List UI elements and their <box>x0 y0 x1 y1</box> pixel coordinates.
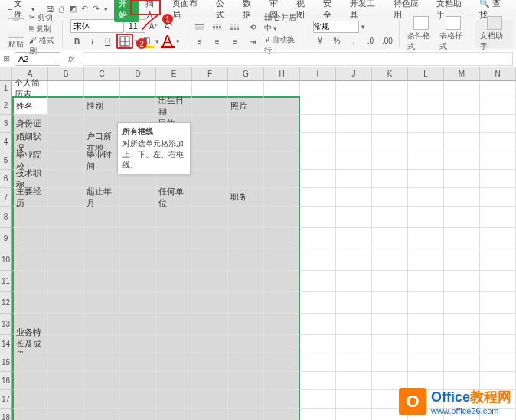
cell[interactable] <box>372 271 408 292</box>
row-header[interactable]: 8 <box>0 207 12 228</box>
cell[interactable] <box>372 133 408 151</box>
tab-security[interactable]: 安全 <box>318 0 344 22</box>
cell[interactable] <box>444 96 480 115</box>
cell[interactable] <box>192 249 228 271</box>
cell[interactable]: 任何单位 <box>156 188 192 207</box>
cell[interactable] <box>84 390 120 409</box>
cell[interactable] <box>264 249 300 271</box>
cell[interactable] <box>372 207 408 228</box>
cell[interactable] <box>408 115 444 133</box>
col-header[interactable]: F <box>192 67 228 81</box>
align-left-icon[interactable]: ≡ <box>193 34 207 48</box>
cell[interactable] <box>264 335 300 353</box>
cell[interactable] <box>372 81 408 96</box>
cell[interactable] <box>480 292 516 314</box>
cell[interactable] <box>336 249 372 271</box>
cell[interactable] <box>120 314 156 335</box>
borders-button[interactable] <box>116 34 133 49</box>
cell[interactable] <box>48 353 84 372</box>
row-header[interactable]: 7 <box>0 188 12 207</box>
fx-label[interactable]: fx <box>65 54 78 63</box>
cell[interactable] <box>228 228 264 249</box>
cell[interactable] <box>300 409 336 420</box>
col-header[interactable]: H <box>264 67 300 81</box>
cell[interactable] <box>480 271 516 292</box>
cell[interactable] <box>12 372 48 390</box>
cell[interactable] <box>156 335 192 353</box>
cell[interactable] <box>264 170 300 188</box>
cell[interactable] <box>336 151 372 170</box>
cell[interactable] <box>48 335 84 353</box>
align-bottom-icon[interactable] <box>228 20 242 34</box>
dec-inc-icon[interactable]: .0 <box>364 34 377 47</box>
cell[interactable] <box>336 207 372 228</box>
cell[interactable] <box>48 96 84 115</box>
cell[interactable] <box>444 133 480 151</box>
worksheet[interactable]: 所有框线 对所选单元格添加上、下、左、右框线。 ABCDEFGHIJKLMN1个… <box>0 67 516 420</box>
font-color-button[interactable]: A <box>161 34 175 48</box>
cell[interactable] <box>372 335 408 353</box>
col-header[interactable]: L <box>408 67 444 81</box>
cell[interactable]: 照片 <box>228 96 264 115</box>
cell[interactable]: 毕业时间 <box>84 151 120 170</box>
cell[interactable] <box>408 249 444 271</box>
cell[interactable] <box>480 133 516 151</box>
cell[interactable] <box>120 335 156 353</box>
cell[interactable] <box>264 96 300 115</box>
cell[interactable] <box>84 372 120 390</box>
cell[interactable] <box>444 228 480 249</box>
cell[interactable] <box>192 335 228 353</box>
cell[interactable] <box>264 372 300 390</box>
cell[interactable] <box>300 292 336 314</box>
cell[interactable] <box>300 96 336 115</box>
cell[interactable]: 主要经历 <box>12 188 48 207</box>
cell[interactable] <box>408 335 444 353</box>
cell[interactable] <box>192 292 228 314</box>
cell[interactable] <box>336 353 372 372</box>
cell[interactable] <box>336 115 372 133</box>
tab-data[interactable]: 数据 <box>238 0 263 22</box>
cell[interactable] <box>228 133 264 151</box>
cell[interactable] <box>120 372 156 390</box>
expand-icon[interactable]: ⊞ <box>3 54 10 63</box>
cell[interactable] <box>300 271 336 292</box>
cell[interactable] <box>84 335 120 353</box>
cell[interactable] <box>480 335 516 353</box>
cell[interactable] <box>228 314 264 335</box>
row-header[interactable]: 15 <box>0 353 12 372</box>
col-header[interactable]: I <box>300 67 336 81</box>
cell[interactable] <box>336 133 372 151</box>
col-header[interactable]: E <box>156 67 192 81</box>
cell[interactable] <box>300 353 336 372</box>
cell[interactable] <box>336 271 372 292</box>
cell[interactable] <box>264 151 300 170</box>
cell[interactable] <box>408 133 444 151</box>
bold-button[interactable]: B <box>70 34 84 48</box>
cell[interactable] <box>300 249 336 271</box>
cell[interactable] <box>156 409 192 420</box>
cell[interactable] <box>336 335 372 353</box>
cell[interactable] <box>444 151 480 170</box>
qat-redo-icon[interactable]: ↷ <box>93 4 100 14</box>
cell[interactable] <box>300 335 336 353</box>
cell[interactable] <box>120 271 156 292</box>
cell[interactable] <box>264 314 300 335</box>
cell[interactable] <box>156 353 192 372</box>
cell[interactable] <box>120 353 156 372</box>
cell[interactable] <box>48 207 84 228</box>
cell[interactable] <box>336 170 372 188</box>
cell[interactable] <box>336 292 372 314</box>
col-header[interactable]: K <box>372 67 408 81</box>
cell[interactable]: 起止年月 <box>84 188 120 207</box>
cell[interactable] <box>156 228 192 249</box>
cell[interactable] <box>12 249 48 271</box>
cell[interactable] <box>120 81 156 96</box>
cell[interactable] <box>192 228 228 249</box>
row-header[interactable]: 5 <box>0 151 12 170</box>
merge-button[interactable]: ▦ 合并居中 ▾ <box>264 12 300 34</box>
cell[interactable]: 个人简历表 <box>12 81 48 96</box>
cell[interactable] <box>192 96 228 115</box>
tab-developer[interactable]: 开发工具 <box>345 0 387 22</box>
cell[interactable] <box>120 409 156 420</box>
cell[interactable] <box>84 314 120 335</box>
